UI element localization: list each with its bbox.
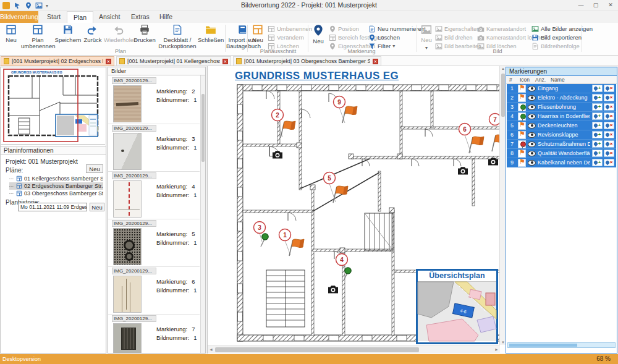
image-thumbnail[interactable] [113,323,142,353]
pin-edit-button[interactable]: + [592,112,603,120]
tree-item-erdgeschoss[interactable]: 02 Erdgeschoss Bamberger Str. 4-6 [9,182,103,190]
plan-umbenennen-button[interactable]: Plan umbenennen [21,24,54,53]
planhistorie-dropdown[interactable]: Mo 01.11.2021 11:09 Erdgeschoss ( ⌄ [18,203,87,211]
planausschnitt-umbenennen-button[interactable]: Umbenennen [268,25,312,33]
speichern-button[interactable]: Speichern [54,24,82,53]
pin-delete-button[interactable]: × [604,103,614,111]
image-thumbnail[interactable] [113,180,142,218]
col-number[interactable]: # [509,77,512,83]
tab-ansicht[interactable]: Ansicht [93,11,126,23]
scroll-left-icon[interactable]: ◄ [209,347,213,352]
image-thumbnail[interactable] [113,276,142,313]
bild-neu-button[interactable]: Neu▾ [419,24,434,53]
bilder-scrollbar[interactable] [200,75,205,353]
pin-delete-button[interactable]: × [604,131,614,138]
scrollbar-thumb[interactable] [201,94,205,162]
markers-horizontal-scrollbar[interactable] [507,342,616,348]
list-item[interactable]: IMG_20200129... Markierung:2 Bildnummer:… [108,77,200,124]
pin-delete-button[interactable]: × [604,122,614,129]
pin-edit-button[interactable]: + [592,131,603,138]
scrollbar-thumb[interactable] [509,344,577,347]
pin-edit-button[interactable]: + [592,85,603,92]
tab-extras[interactable]: Extras [125,11,156,23]
pin-edit-button[interactable]: + [592,140,603,148]
image-thumbnail[interactable] [113,85,142,122]
image-filename[interactable]: IMG_20200129... [112,315,156,322]
visibility-eye-icon[interactable] [528,104,536,110]
markierung-loeschen-button[interactable]: Löschen [368,33,400,41]
bild-exportieren-button[interactable]: Bild exportieren [531,33,582,41]
tab-start[interactable]: Start [41,11,67,23]
doc-tab-erdgeschoss[interactable]: [001 Musterprojekt] 02 Erdgeschoss Bambe… [1,56,114,66]
visibility-eye-icon[interactable] [528,160,536,166]
pin-edit-button[interactable]: + [592,150,603,157]
marker-circle-2[interactable]: 2 [272,109,284,121]
doc-tab-obergeschoss[interactable]: [001 Musterprojekt] 03 Obergeschoss Bamb… [233,56,381,66]
image-filename[interactable]: IMG_20200129... [112,77,156,84]
marker-circle-6[interactable]: 6 [459,124,471,135]
tab-close-icon[interactable]: ✕ [106,59,111,64]
visibility-eye-icon[interactable] [528,151,536,156]
alle-bilder-anzeigen-button[interactable]: Alle Bilder anzeigen [531,25,593,33]
tab-close-icon[interactable]: ✕ [222,59,228,64]
pin-delete-button[interactable]: × [604,94,614,101]
image-filename[interactable]: IMG_20200129... [112,220,156,227]
tab-close-icon[interactable]: ✕ [373,59,378,64]
tab-plan[interactable]: Plan [67,11,93,23]
scroll-right-icon[interactable]: ► [494,347,499,352]
scrollbar-thumb[interactable] [501,74,505,117]
pin-delete-button[interactable]: × [604,85,614,92]
schliessen-button[interactable]: Schließen [198,24,224,53]
list-item[interactable]: IMG_20200129... Markierung:4 Bildnummer:… [108,172,200,219]
list-item[interactable]: IMG_20200129... Markierung:7 Bildnummer:… [108,315,200,353]
scrollbar-thumb[interactable] [215,347,419,352]
pin-edit-button[interactable]: + [592,122,603,129]
image-filename[interactable]: IMG_20200129... [112,268,156,274]
image-thumbnail[interactable] [113,133,142,170]
marker-circle-1[interactable]: 1 [279,229,291,241]
marker-circle-4[interactable]: 4 [336,254,348,266]
canvas-vertical-scrollbar[interactable]: ▲ ▼ [499,66,506,345]
visibility-eye-icon[interactable] [528,86,536,91]
close-button[interactable]: ✕ [603,0,618,11]
col-icon[interactable]: Icon [520,77,530,83]
pin-delete-button[interactable]: × [604,150,614,157]
table-row[interactable]: 3 Fliesenbohrung + × [507,103,616,112]
marker-circle-5[interactable]: 5 [324,172,336,184]
col-anzeige[interactable]: Anz. [535,77,546,83]
canvas-horizontal-scrollbar[interactable]: ◄ ► [208,345,500,353]
kamerastandort-button[interactable]: Kamerastandort [477,25,526,33]
list-item[interactable]: IMG_20200129... Markierung:5 Bildnummer:… [108,219,200,267]
planausschnitt-veraendern-button[interactable]: Verändern [268,33,304,41]
markierung-position-button[interactable]: Position [329,25,359,33]
historie-neu-button[interactable]: Neu [90,203,104,211]
tab-hilfe[interactable]: Hilfe [153,11,179,23]
doc-tab-kellergeschoss[interactable]: [001 Musterprojekt] 01 Kellergeschoss Ba… [116,56,231,66]
minimize-button[interactable]: — [574,0,588,11]
plan-neu-button[interactable]: Neu [1,24,21,53]
pin-delete-button[interactable]: × [604,140,614,148]
visibility-eye-icon[interactable] [528,114,536,119]
scroll-up-icon[interactable]: ▲ [501,67,505,70]
image-thumbnail[interactable] [113,228,142,265]
table-row[interactable]: 6 Revisionsklappe + × [507,130,616,140]
visibility-eye-icon[interactable] [528,132,536,138]
bild-eigenschaften-button[interactable]: Eigenschaften [435,25,480,33]
deckblatt-button[interactable]: Deckblatt / Druckoptionen [158,24,197,53]
bild-drehen-button[interactable]: Bild drehen [435,33,473,41]
image-filename[interactable]: IMG_20200129... [112,125,156,132]
marker-circle-9[interactable]: 9 [334,96,345,108]
col-name[interactable]: Name [551,77,565,83]
visibility-eye-icon[interactable] [528,142,536,147]
bildreihenfolge-button[interactable]: Bildreihenfolge [531,42,580,50]
plan-canvas[interactable]: 1 2 3 4 5 6 7 9 GRUNDRISS MUSTERHAUS EG … [207,66,506,353]
image-filename[interactable]: IMG_20200129... [112,172,156,179]
scroll-down-icon[interactable]: ▼ [501,341,505,344]
maximize-button[interactable]: ▢ [588,0,603,11]
pin-delete-button[interactable]: × [604,112,614,120]
markierung-neu-button[interactable]: Neu [310,24,326,53]
pin-edit-button[interactable]: + [592,159,603,166]
file-menu-button[interactable]: Bildverortung [0,11,38,23]
list-item[interactable]: IMG_20200129... Markierung:3 Bildnummer:… [108,124,200,172]
visibility-eye-icon[interactable] [528,95,536,101]
